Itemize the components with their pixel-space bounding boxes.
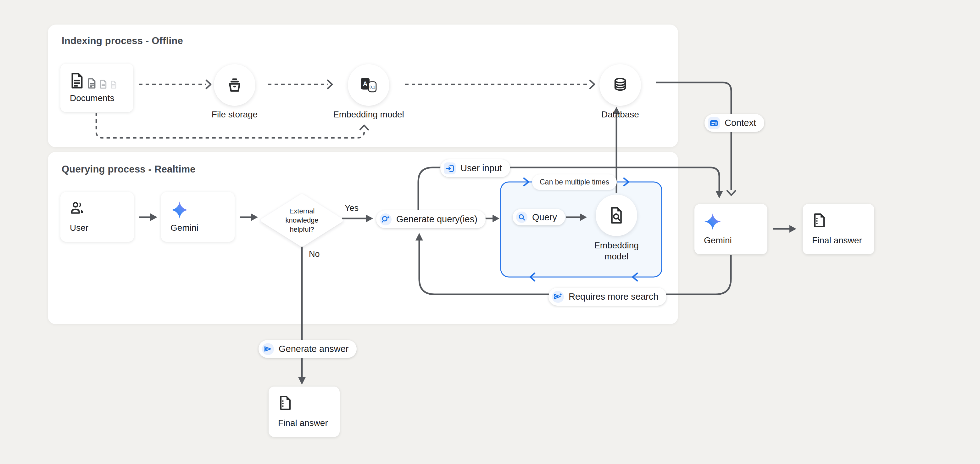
arrowhead-generatequeries-up — [415, 233, 423, 241]
user-label: User — [70, 223, 124, 233]
file-storage-node — [214, 64, 255, 106]
arrowhead-loop-box — [493, 215, 500, 222]
can-be-multiple-times-label: Can be multiple times — [540, 178, 609, 187]
arrowhead-filestorage — [206, 80, 211, 88]
arrowhead-embedding-feedback — [360, 125, 368, 130]
arrowhead-gemini-context — [727, 191, 735, 195]
embedding-model-label: Embedding model — [315, 110, 422, 120]
gemini-icon — [704, 213, 721, 230]
database-node — [600, 64, 641, 106]
database-icon — [612, 77, 629, 94]
embedding-model-icon: A 0,1 — [360, 76, 377, 94]
query-label: Query — [532, 212, 557, 223]
gemini-node-left: Gemini — [161, 192, 235, 242]
generate-queries-label: Generate query(ies) — [396, 214, 477, 225]
final-answer-node-right: Final answer — [803, 204, 874, 254]
documents-label: Documents — [70, 93, 124, 103]
final-answer-bottom-label: Final answer — [278, 418, 330, 428]
user-icon — [70, 201, 85, 215]
arrowhead-gemini-left — [150, 214, 157, 221]
svg-text:0,1: 0,1 — [369, 85, 375, 89]
search-sparkle-icon — [380, 214, 391, 225]
search-icon — [516, 212, 527, 223]
decision-text: External knowledge helpful? — [267, 207, 337, 234]
gemini-node-right: Gemini — [694, 204, 767, 254]
send-icon — [262, 343, 274, 355]
svg-text:A: A — [363, 80, 368, 87]
user-node: User — [60, 192, 134, 242]
context-icon — [708, 117, 720, 129]
arrowhead-embedding — [328, 80, 332, 88]
user-input-label: User input — [460, 163, 502, 174]
requires-more-search-label: Requires more search — [569, 292, 658, 302]
arrowhead-decision — [251, 214, 258, 221]
requires-more-search-pill: Requires more search — [549, 288, 667, 306]
context-badge: Context — [705, 114, 764, 132]
documents-stack-icon — [70, 72, 124, 89]
yes-label: Yes — [345, 203, 358, 213]
arrowhead-database — [590, 80, 594, 88]
gemini-icon — [170, 201, 189, 219]
document-search-icon — [608, 207, 625, 224]
file-storage-label: File storage — [181, 110, 288, 120]
file-storage-icon — [226, 77, 243, 93]
user-input-icon — [444, 163, 456, 174]
query-loop-box — [501, 182, 662, 277]
arrowhead-generate-queries — [366, 215, 373, 222]
final-answer-node-bottom: Final answer — [269, 387, 340, 437]
gemini-right-label: Gemini — [704, 236, 758, 246]
user-input-badge: User input — [440, 159, 510, 177]
final-answer-doc-icon — [812, 213, 827, 228]
final-answer-right-label: Final answer — [812, 236, 865, 246]
can-be-multiple-times-pill: Can be multiple times — [532, 174, 617, 190]
query-pill: Query — [513, 209, 565, 225]
embedding-model-query-label: Embedding model — [563, 240, 670, 262]
send-sparkle-icon — [552, 291, 564, 303]
embedding-model-query-node — [596, 195, 637, 236]
arrowhead-finalanswer-right — [789, 225, 796, 233]
edge-database-context-gemini — [656, 83, 731, 190]
generate-answer-pill: Generate answer — [259, 340, 356, 358]
arrowhead-finalanswer-bottom — [298, 377, 306, 385]
final-answer-doc-icon — [278, 395, 293, 410]
diagram-canvas: Indexing process - Offline Querying proc… — [0, 0, 980, 464]
no-label: No — [309, 249, 320, 259]
embedding-model-node: A 0,1 — [348, 64, 389, 106]
gemini-left-label: Gemini — [170, 223, 225, 233]
database-label: Database — [567, 110, 674, 120]
generate-answer-label: Generate answer — [278, 344, 348, 354]
documents-node: Documents — [60, 64, 134, 112]
context-label: Context — [725, 118, 756, 128]
generate-queries-pill: Generate query(ies) — [376, 210, 485, 228]
arrowhead-gemini-userinput — [716, 191, 723, 198]
